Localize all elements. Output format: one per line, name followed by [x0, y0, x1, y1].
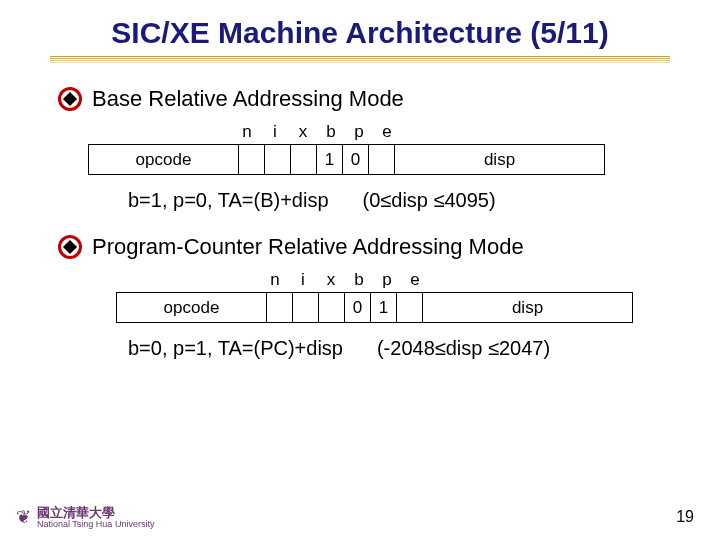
- pc-formula-row: b=0, p=1, TA=(PC)+disp (-2048≤disp ≤2047…: [128, 337, 670, 360]
- bullet-marker-icon: [58, 235, 82, 259]
- cell-opcode: opcode: [89, 145, 239, 175]
- cell-p: 0: [343, 145, 369, 175]
- bullet-marker-icon: [58, 87, 82, 111]
- base-range: (0≤disp ≤4095): [363, 189, 496, 212]
- base-format-table: opcode 1 0 disp: [88, 144, 605, 175]
- cell-e: [397, 293, 423, 323]
- cell-b: 0: [345, 293, 371, 323]
- footer-logo: ❦ 國立清華大學 National Tsing Hua University: [16, 506, 154, 530]
- page-number: 19: [676, 508, 694, 526]
- bullet-text: Program-Counter Relative Addressing Mode: [92, 234, 524, 260]
- bullet-pc-relative: Program-Counter Relative Addressing Mode: [58, 234, 670, 260]
- bullet-base-relative: Base Relative Addressing Mode: [58, 86, 670, 112]
- flag-n: n: [268, 270, 282, 290]
- flag-labels: n i x b p e: [268, 270, 670, 290]
- flag-x: x: [296, 122, 310, 142]
- pc-format-table: opcode 0 1 disp: [116, 292, 633, 323]
- pc-range: (-2048≤disp ≤2047): [377, 337, 550, 360]
- flag-x: x: [324, 270, 338, 290]
- cell-opcode: opcode: [117, 293, 267, 323]
- cell-i: [293, 293, 319, 323]
- base-formula: b=1, p=0, TA=(B)+disp: [128, 189, 329, 212]
- flag-e: e: [408, 270, 422, 290]
- flag-p: p: [380, 270, 394, 290]
- cell-p: 1: [371, 293, 397, 323]
- cell-e: [369, 145, 395, 175]
- cell-n: [267, 293, 293, 323]
- flag-p: p: [352, 122, 366, 142]
- cell-n: [239, 145, 265, 175]
- flag-b: b: [324, 122, 338, 142]
- university-name-en: National Tsing Hua University: [37, 520, 154, 530]
- cell-disp: disp: [395, 145, 605, 175]
- flag-n: n: [240, 122, 254, 142]
- base-formula-row: b=1, p=0, TA=(B)+disp (0≤disp ≤4095): [128, 189, 670, 212]
- flag-labels: n i x b p e: [240, 122, 670, 142]
- cell-x: [291, 145, 317, 175]
- cell-i: [265, 145, 291, 175]
- slide-content: Base Relative Addressing Mode n i x b p …: [0, 62, 720, 360]
- flag-i: i: [296, 270, 310, 290]
- university-name-zh: 國立清華大學: [37, 506, 154, 520]
- title-underline: [50, 56, 670, 62]
- pc-formula: b=0, p=1, TA=(PC)+disp: [128, 337, 343, 360]
- cell-disp: disp: [423, 293, 633, 323]
- cell-b: 1: [317, 145, 343, 175]
- flag-b: b: [352, 270, 366, 290]
- base-format-block: n i x b p e opcode 1 0 disp b=1, p=0, TA…: [88, 122, 670, 212]
- flag-e: e: [380, 122, 394, 142]
- cell-x: [319, 293, 345, 323]
- bullet-text: Base Relative Addressing Mode: [92, 86, 404, 112]
- pc-format-block: n i x b p e opcode 0 1 disp b=0, p=1, TA…: [88, 270, 670, 360]
- slide-title: SIC/XE Machine Architecture (5/11): [0, 0, 720, 50]
- flag-i: i: [268, 122, 282, 142]
- university-crest-icon: ❦: [16, 508, 31, 528]
